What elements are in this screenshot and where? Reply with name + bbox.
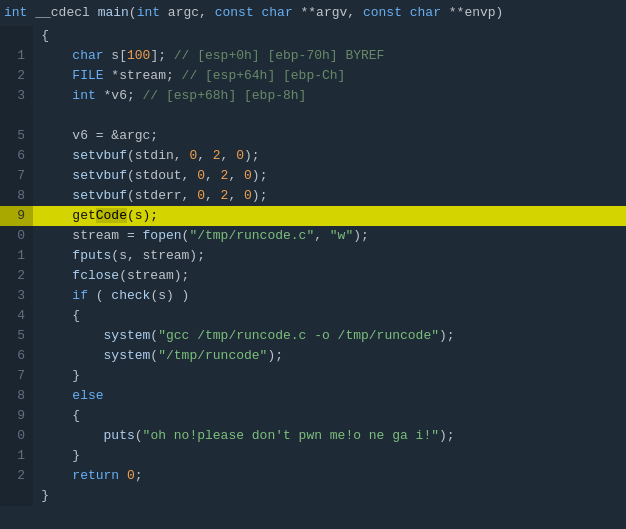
code-line: setvbuf(stdout, 0, 2, 0); xyxy=(33,166,626,186)
code-line: return 0; xyxy=(33,466,626,486)
line-number: 0 xyxy=(0,426,33,446)
code-line: system("gcc /tmp/runcode.c -o /tmp/runco… xyxy=(33,326,626,346)
table-row: 1 char s[100]; // [esp+0h] [ebp-70h] BYR… xyxy=(0,46,626,66)
line-number: 1 xyxy=(0,246,33,266)
line-number: 9 xyxy=(0,406,33,426)
line-number: 2 xyxy=(0,266,33,286)
table-row: 8 setvbuf(stderr, 0, 2, 0); xyxy=(0,186,626,206)
table-row: 0 puts("oh no!please don't pwn me!o ne g… xyxy=(0,426,626,446)
table-row: 2 return 0; xyxy=(0,466,626,486)
line-number: 8 xyxy=(0,186,33,206)
table-row: 2 fclose(stream); xyxy=(0,266,626,286)
table-row: 5 v6 = &argc; xyxy=(0,126,626,146)
code-line: system("/tmp/runcode"); xyxy=(33,346,626,366)
code-line: { xyxy=(33,26,626,46)
line-number: 5 xyxy=(0,326,33,346)
code-line: v6 = &argc; xyxy=(33,126,626,146)
code-line: FILE *stream; // [esp+64h] [ebp-Ch] xyxy=(33,66,626,86)
line-number: 2 xyxy=(0,66,33,86)
table-row: 5 system("gcc /tmp/runcode.c -o /tmp/run… xyxy=(0,326,626,346)
line-number: 0 xyxy=(0,226,33,246)
table-row: 1 } xyxy=(0,446,626,466)
code-line: } xyxy=(33,486,626,506)
table-row: 6 setvbuf(stdin, 0, 2, 0); xyxy=(0,146,626,166)
line-number: 4 xyxy=(0,306,33,326)
code-line: } xyxy=(33,366,626,386)
line-number: 7 xyxy=(0,366,33,386)
table-row: { xyxy=(0,26,626,46)
table-row: 7 } xyxy=(0,366,626,386)
line-number xyxy=(0,26,33,46)
code-line: stream = fopen("/tmp/runcode.c", "w"); xyxy=(33,226,626,246)
line-number: 8 xyxy=(0,386,33,406)
line-number xyxy=(0,486,33,506)
line-number: 1 xyxy=(0,446,33,466)
code-line: setvbuf(stdin, 0, 2, 0); xyxy=(33,146,626,166)
line-number: 6 xyxy=(0,146,33,166)
table-row: 3 int *v6; // [esp+68h] [ebp-8h] xyxy=(0,86,626,106)
table-row: 9 { xyxy=(0,406,626,426)
code-line xyxy=(33,106,626,126)
code-line: { xyxy=(33,306,626,326)
line-number: 1 xyxy=(0,46,33,66)
code-line: getCode(s); xyxy=(33,206,626,226)
line-number: 5 xyxy=(0,126,33,146)
function-signature-text: int __cdecl main(int argc, const char **… xyxy=(4,2,503,24)
table-row: 4 { xyxy=(0,306,626,326)
table-row xyxy=(0,106,626,126)
table-row: 0 stream = fopen("/tmp/runcode.c", "w"); xyxy=(0,226,626,246)
line-number xyxy=(0,106,33,126)
table-row: } xyxy=(0,486,626,506)
line-number: 9 xyxy=(0,206,33,226)
code-line: else xyxy=(33,386,626,406)
code-line: int *v6; // [esp+68h] [ebp-8h] xyxy=(33,86,626,106)
table-row: 2 FILE *stream; // [esp+64h] [ebp-Ch] xyxy=(0,66,626,86)
code-line: fclose(stream); xyxy=(33,266,626,286)
code-line: char s[100]; // [esp+0h] [ebp-70h] BYREF xyxy=(33,46,626,66)
table-row: 1 fputs(s, stream); xyxy=(0,246,626,266)
code-line: setvbuf(stderr, 0, 2, 0); xyxy=(33,186,626,206)
code-line: } xyxy=(33,446,626,466)
table-row-highlighted: 9 getCode(s); xyxy=(0,206,626,226)
line-number: 2 xyxy=(0,466,33,486)
table-row: 3 if ( check(s) ) xyxy=(0,286,626,306)
line-number: 6 xyxy=(0,346,33,366)
code-table: { 1 char s[100]; // [esp+0h] [ebp-70h] B… xyxy=(0,26,626,506)
code-viewer: int __cdecl main(int argc, const char **… xyxy=(0,0,626,529)
table-row: 6 system("/tmp/runcode"); xyxy=(0,346,626,366)
table-row: 7 setvbuf(stdout, 0, 2, 0); xyxy=(0,166,626,186)
code-line: if ( check(s) ) xyxy=(33,286,626,306)
line-number: 3 xyxy=(0,86,33,106)
line-number: 3 xyxy=(0,286,33,306)
code-line: { xyxy=(33,406,626,426)
line-number: 7 xyxy=(0,166,33,186)
code-line: puts("oh no!please don't pwn me!o ne ga … xyxy=(33,426,626,446)
code-line: fputs(s, stream); xyxy=(33,246,626,266)
table-row: 8 else xyxy=(0,386,626,406)
function-signature: int __cdecl main(int argc, const char **… xyxy=(0,0,626,26)
